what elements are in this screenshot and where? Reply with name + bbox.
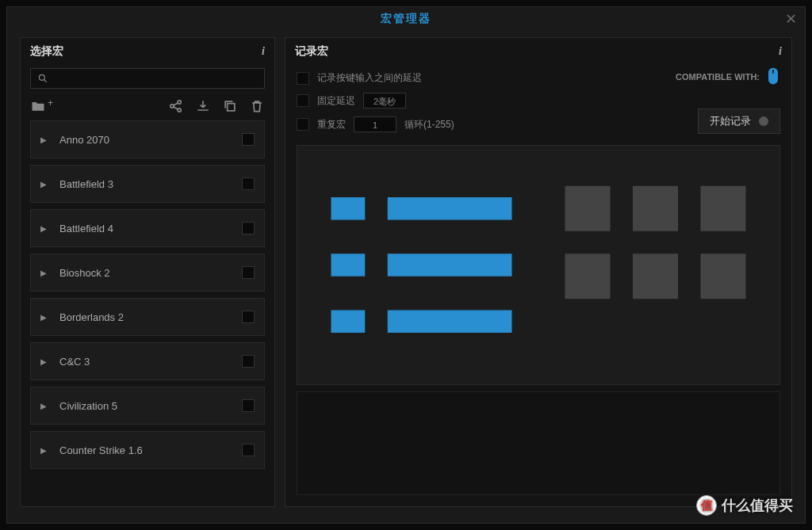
checkbox-fixed-delay[interactable] <box>297 94 309 107</box>
svg-rect-11 <box>388 254 512 276</box>
checkbox-record-delay[interactable] <box>297 72 309 85</box>
close-icon[interactable]: ✕ <box>785 10 797 28</box>
macro-checkbox[interactable] <box>242 266 255 279</box>
compat-label: COMPATIBLE WITH: <box>676 72 760 82</box>
svg-rect-18 <box>633 254 678 299</box>
macro-name: Counter Strike 1.6 <box>59 444 242 456</box>
search-input[interactable] <box>53 73 258 84</box>
svg-rect-12 <box>331 311 366 334</box>
svg-rect-14 <box>565 186 611 231</box>
svg-rect-8 <box>331 197 366 220</box>
svg-rect-7 <box>228 104 235 111</box>
plus-icon: + <box>48 97 53 109</box>
macro-name: Anno 2070 <box>59 134 242 146</box>
macro-toolbar: + <box>21 92 274 120</box>
delete-icon[interactable] <box>249 98 265 114</box>
checkbox-repeat[interactable] <box>297 118 309 131</box>
option-label: 记录按键输入之间的延迟 <box>317 71 422 85</box>
macro-item[interactable]: ▶Anno 2070 <box>30 120 265 158</box>
left-panel-header: 选择宏 i <box>21 38 274 65</box>
macro-name: Battlefield 3 <box>59 178 242 190</box>
record-macro-panel: 记录宏 i COMPATIBLE WITH: 记录按键输入之间的延迟 固定延迟 <box>285 37 792 507</box>
record-btn-label: 开始记录 <box>710 114 751 128</box>
view-toggle-bar <box>297 145 780 385</box>
macro-checkbox[interactable] <box>242 355 255 368</box>
list-view-icon[interactable] <box>308 152 534 378</box>
expand-icon[interactable]: ▶ <box>40 269 47 277</box>
search-box[interactable] <box>30 68 265 89</box>
repeat-hint: 循环(1-255) <box>404 118 454 132</box>
macro-item[interactable]: ▶C&C 3 <box>30 342 265 380</box>
option-fixed-delay: 固定延迟 2毫秒 <box>297 93 780 109</box>
svg-rect-15 <box>633 186 678 231</box>
macro-checkbox[interactable] <box>242 222 255 234</box>
record-dot-icon <box>759 116 768 126</box>
svg-line-6 <box>174 107 178 109</box>
svg-rect-17 <box>565 254 611 299</box>
option-label: 重复宏 <box>317 118 346 132</box>
svg-point-0 <box>39 74 44 80</box>
expand-icon[interactable]: ▶ <box>40 180 47 189</box>
svg-rect-10 <box>331 254 366 276</box>
svg-rect-19 <box>701 254 746 299</box>
expand-icon[interactable]: ▶ <box>40 224 47 233</box>
expand-icon[interactable]: ▶ <box>40 313 47 322</box>
expand-icon[interactable]: ▶ <box>40 135 47 144</box>
macro-item[interactable]: ▶Borderlands 2 <box>30 298 265 336</box>
record-area <box>297 391 780 495</box>
expand-icon[interactable]: ▶ <box>40 446 47 455</box>
mouse-icon <box>766 67 780 87</box>
grid-view-icon[interactable] <box>542 152 768 378</box>
watermark: 值 什么值得买 <box>696 495 793 516</box>
macro-checkbox[interactable] <box>242 311 255 323</box>
macro-checkbox[interactable] <box>242 399 255 412</box>
dialog-content: 选择宏 i + ▶Anno 2070 <box>7 31 805 520</box>
dialog-title: 宏管理器 <box>7 7 805 31</box>
macro-item[interactable]: ▶Battlefield 3 <box>30 165 265 203</box>
macro-checkbox[interactable] <box>242 177 255 190</box>
macro-name: Bioshock 2 <box>59 267 242 279</box>
svg-rect-16 <box>701 186 746 231</box>
share-icon[interactable] <box>168 98 184 114</box>
start-record-button[interactable]: 开始记录 <box>698 109 780 134</box>
svg-line-1 <box>44 80 47 82</box>
macro-item[interactable]: ▶Counter Strike 1.6 <box>30 431 265 469</box>
macro-checkbox[interactable] <box>242 444 255 456</box>
macro-checkbox[interactable] <box>242 133 255 146</box>
svg-rect-9 <box>388 197 512 220</box>
select-macro-panel: 选择宏 i + ▶Anno 2070 <box>20 37 275 507</box>
expand-icon[interactable]: ▶ <box>40 357 47 366</box>
record-options: COMPATIBLE WITH: 记录按键输入之间的延迟 固定延迟 2毫秒 <box>285 65 791 139</box>
repeat-input[interactable]: 1 <box>354 116 396 132</box>
option-label: 固定延迟 <box>317 94 355 108</box>
svg-rect-13 <box>388 311 512 334</box>
left-panel-title: 选择宏 <box>30 44 63 59</box>
macro-manager-dialog: ✕ 宏管理器 选择宏 i + <box>6 6 806 524</box>
macro-name: Borderlands 2 <box>59 311 242 323</box>
compatible-with: COMPATIBLE WITH: <box>676 67 780 87</box>
info-icon[interactable]: i <box>262 45 265 58</box>
macro-list[interactable]: ▶Anno 2070 ▶Battlefield 3 ▶Battlefield 4… <box>30 120 270 500</box>
watermark-badge: 值 <box>696 495 717 516</box>
search-icon <box>37 73 48 84</box>
fixed-delay-input[interactable]: 2毫秒 <box>363 93 406 109</box>
macro-name: C&C 3 <box>59 356 242 368</box>
macro-name: Battlefield 4 <box>59 223 242 234</box>
macro-item[interactable]: ▶Civilization 5 <box>30 387 265 425</box>
info-icon[interactable]: i <box>779 45 782 58</box>
right-panel-header: 记录宏 i <box>285 38 791 65</box>
import-icon[interactable] <box>195 98 211 114</box>
svg-line-5 <box>174 103 178 105</box>
new-folder-icon[interactable] <box>30 98 46 114</box>
macro-item[interactable]: ▶Bioshock 2 <box>30 254 265 292</box>
macro-item[interactable]: ▶Battlefield 4 <box>30 209 265 247</box>
copy-icon[interactable] <box>222 98 238 114</box>
macro-name: Civilization 5 <box>59 400 242 412</box>
expand-icon[interactable]: ▶ <box>40 402 47 410</box>
watermark-text: 什么值得买 <box>722 496 793 515</box>
right-panel-title: 记录宏 <box>295 44 328 59</box>
